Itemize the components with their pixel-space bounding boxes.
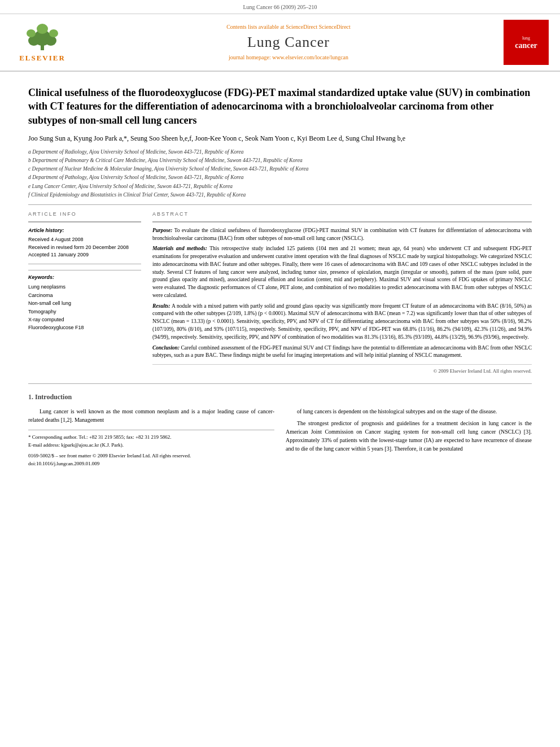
intro-left-col: Lung cancer is well known as the most co… — [28, 407, 274, 468]
kw-6: Fluorodeoxyglucose F18 — [28, 324, 141, 331]
svg-point-5 — [37, 24, 48, 34]
copyright-line: © 2009 Elsevier Ireland Ltd. All rights … — [152, 364, 532, 375]
homepage-url[interactable]: www.elsevier.com/locate/lungcan — [272, 54, 348, 60]
intro-right-para-1: of lung cancers is dependent on the hist… — [286, 407, 532, 416]
intro-right-col: of lung cancers is dependent on the hist… — [286, 407, 532, 468]
abstract-text: Purpose: To evaluate the clinical useful… — [152, 227, 532, 360]
svg-point-6 — [49, 29, 58, 37]
abstract-conclusion: Conclusion: Careful combined assessment … — [152, 344, 532, 360]
footnote-corresponding: * Corresponding author. Tel.: +82 31 219… — [28, 434, 274, 442]
purpose-text: To evaluate the clinical usefulness of f… — [152, 228, 532, 241]
accepted-date: Accepted 11 January 2009 — [28, 251, 141, 259]
purpose-label: Purpose: — [152, 228, 172, 233]
keywords-list: Lung neoplasms Carcinoma Non-small cell … — [28, 283, 141, 331]
info-dates: Received 4 August 2008 Received in revis… — [28, 236, 141, 259]
affiliation-b: b Department of Pulmonary & Critical Car… — [28, 156, 532, 164]
kw-4: Tomography — [28, 308, 141, 316]
methods-label: Materials and methods: — [152, 246, 207, 251]
conclusion-text: Careful combined assessment of the FDG-P… — [152, 345, 532, 359]
main-two-col: ARTICLE INFO Article history: Received 4… — [28, 211, 532, 374]
elsevier-logo: ELSEVIER — [11, 21, 73, 63]
intro-right-para-2: The strongest predictor of prognosis and… — [286, 419, 532, 453]
intro-number: 1. — [28, 393, 35, 401]
affiliation-d: d Department of Pathology, Ajou Universi… — [28, 173, 532, 181]
left-col: ARTICLE INFO Article history: Received 4… — [28, 211, 141, 374]
sciencedirect-prefix: Contents lists available at ScienceDirec… — [226, 24, 317, 30]
sciencedirect-line: Contents lists available at ScienceDirec… — [73, 23, 504, 31]
results-text: A nodule with a mixed pattern with partl… — [152, 303, 532, 340]
intro-title: Introduction — [35, 393, 72, 401]
keywords-box: Keywords: Lung neoplasms Carcinoma Non-s… — [28, 270, 141, 332]
footnote-area: * Corresponding author. Tel.: +82 31 219… — [28, 430, 274, 468]
lung-logo-top: lung — [522, 35, 530, 41]
svg-point-4 — [27, 29, 36, 37]
divider-1 — [28, 204, 532, 205]
methods-text: This retrospective study included 125 pa… — [152, 246, 532, 298]
intro-body-left: Lung cancer is well known as the most co… — [28, 407, 274, 424]
abstract-results: Results: A nodule with a mixed pattern w… — [152, 303, 532, 342]
footnote-email: E-mail address: kjpark@ajou.ac.kr (K.J. … — [28, 442, 274, 449]
article-content: Clinical usefulness of the fluorodeoxygl… — [0, 72, 560, 479]
lung-cancer-logo: lung cancer — [504, 20, 549, 65]
divider-2 — [28, 383, 532, 384]
abstract-purpose: Purpose: To evaluate the clinical useful… — [152, 227, 532, 243]
authors-text: Joo Sung Sun a, Kyung Joo Park a,*, Seun… — [28, 134, 405, 142]
journal-center: Contents lists available at ScienceDirec… — [73, 23, 504, 62]
intro-body-right: of lung cancers is dependent on the hist… — [286, 407, 532, 453]
abstract-box: Purpose: To evaluate the clinical useful… — [152, 221, 532, 375]
article-info-label: ARTICLE INFO — [28, 211, 141, 218]
intro-two-col: Lung cancer is well known as the most co… — [28, 407, 532, 468]
kw-1: Lung neoplasms — [28, 283, 141, 291]
keywords-label: Keywords: — [28, 274, 141, 281]
history-label: Article history: — [28, 227, 141, 234]
conclusion-label: Conclusion: — [152, 345, 180, 351]
homepage-label: journal homepage: — [229, 54, 271, 60]
footnote-issn: 0169-5002/$ – see front matter © 2009 El… — [28, 452, 274, 460]
received-date: Received 4 August 2008 — [28, 236, 141, 244]
kw-3: Non-small cell lung — [28, 299, 141, 307]
revised-date: Received in revised form 20 December 200… — [28, 244, 141, 252]
journal-title: Lung Cancer — [73, 32, 504, 53]
elsevier-text: ELSEVIER — [19, 53, 65, 63]
abstract-label-heading: ABSTRACT — [152, 211, 532, 218]
authors-line: Joo Sung Sun a, Kyung Joo Park a,*, Seun… — [28, 134, 532, 143]
journal-homepage: journal homepage: www.elsevier.com/locat… — [73, 54, 504, 62]
article-title: Clinical usefulness of the fluorodeoxygl… — [28, 86, 532, 127]
journal-header: ELSEVIER Contents lists available at Sci… — [0, 14, 560, 72]
affiliations: a Department of Radiology, Ajou Universi… — [28, 148, 532, 199]
right-col: ABSTRACT Purpose: To evaluate the clinic… — [152, 211, 532, 374]
affiliation-f: f Clinical Epidemiology and Biostatistic… — [28, 191, 532, 199]
affiliation-e: e Lung Cancer Center, Ajou University Sc… — [28, 182, 532, 190]
intro-heading: 1. Introduction — [28, 392, 532, 402]
kw-2: Carcinoma — [28, 291, 141, 299]
sciencedirect-name[interactable]: ScienceDirect — [319, 24, 351, 30]
lung-logo-main: cancer — [515, 41, 537, 50]
abstract-methods: Materials and methods: This retrospectiv… — [152, 245, 532, 299]
elsevier-tree-icon — [23, 21, 62, 52]
affiliation-a: a Department of Radiology, Ajou Universi… — [28, 148, 532, 156]
intro-para-1: Lung cancer is well known as the most co… — [28, 407, 274, 424]
page-wrapper: Lung Cancer 66 (2009) 205–210 ELSEVIER C… — [0, 0, 560, 747]
kw-5: X-ray computed — [28, 316, 141, 324]
footnote-doi: doi:10.1016/j.lungcan.2009.01.009 — [28, 460, 274, 468]
article-info-box: Article history: Received 4 August 2008 … — [28, 221, 141, 264]
affiliation-c: c Department of Nuclear Medicine & Molec… — [28, 165, 532, 173]
journal-citation-bar: Lung Cancer 66 (2009) 205–210 — [0, 0, 560, 14]
results-label: Results: — [152, 303, 170, 309]
introduction-section: 1. Introduction Lung cancer is well know… — [28, 392, 532, 468]
journal-citation: Lung Cancer 66 (2009) 205–210 — [243, 4, 317, 10]
